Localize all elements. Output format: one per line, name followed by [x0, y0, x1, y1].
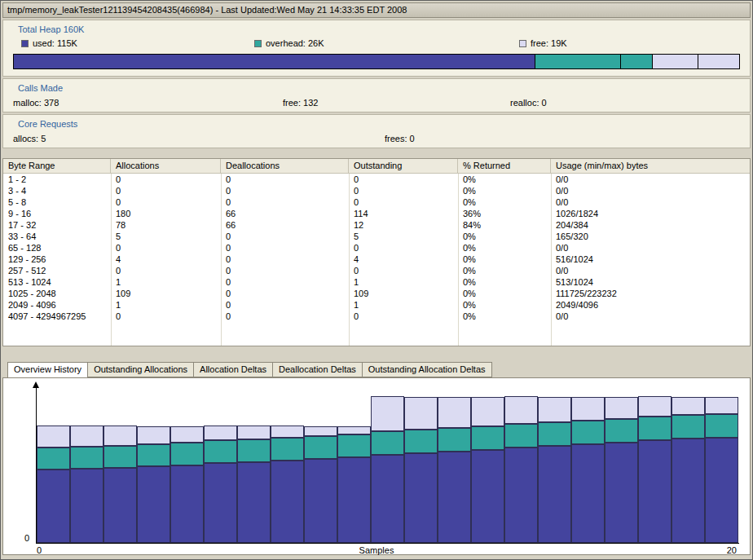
- bar-segment-free: [705, 397, 738, 414]
- bar-segment-used: [571, 444, 605, 543]
- table-row[interactable]: 2049 - 40961010%2049/4096: [3, 299, 750, 311]
- bar-segment-used: [170, 465, 204, 543]
- table-cell: 78: [111, 219, 221, 231]
- table-row[interactable]: 257 - 5120000%0/0: [3, 265, 750, 276]
- table-cell: 0: [111, 196, 221, 208]
- heap-segment-used: [14, 55, 535, 68]
- column-header-returned[interactable]: % Returned: [458, 159, 551, 173]
- sample-bar: [672, 397, 705, 543]
- bar-segment-free: [70, 426, 103, 447]
- table-cell: 0: [349, 185, 458, 196]
- table-cell: 17 - 32: [3, 219, 111, 231]
- table-cell: 5 - 8: [3, 196, 111, 208]
- table-cell: 0%: [458, 185, 551, 196]
- table-row[interactable]: 5 - 80000%0/0: [3, 196, 750, 208]
- x-axis: [36, 543, 739, 544]
- table-cell: 66: [221, 219, 349, 231]
- table-cell: 1: [349, 299, 458, 311]
- column-header-byte-range[interactable]: Byte Range: [3, 159, 111, 173]
- bar-segment-used: [538, 446, 571, 543]
- bar-segment-free: [304, 426, 337, 436]
- table-cell: 0: [349, 311, 458, 322]
- sample-bar: [204, 426, 237, 543]
- bar-segment-used: [438, 452, 471, 543]
- realloc-count: realloc: 0: [510, 98, 547, 108]
- bar-segment-overhead: [304, 436, 337, 459]
- column-header-outstanding[interactable]: Outstanding: [349, 159, 458, 173]
- heap-segment-overhead: [535, 55, 622, 68]
- bar-segment-free: [638, 396, 672, 417]
- bar-segment-used: [37, 470, 70, 543]
- bar-segment-used: [103, 468, 137, 543]
- bar-segment-overhead: [404, 430, 438, 453]
- bar-segment-overhead: [70, 447, 103, 469]
- window-title: tmp/memory_leakTester121139454208435(466…: [2, 2, 751, 18]
- table-cell: 109: [111, 288, 221, 299]
- table-cell: 1: [111, 276, 221, 288]
- table-cell: 5: [111, 231, 221, 242]
- table-row[interactable]: 513 - 10241010%513/1024: [3, 276, 750, 288]
- table-cell: 0: [111, 265, 221, 276]
- bar-segment-free: [538, 397, 571, 422]
- column-header-deallocations[interactable]: Deallocations: [221, 159, 349, 173]
- table-cell: 516/1024: [551, 254, 750, 265]
- sample-bar: [404, 397, 438, 543]
- table-row[interactable]: 1025 - 204810901090%111725/223232: [3, 288, 750, 299]
- bar-segment-overhead: [103, 446, 137, 468]
- sample-bar: [571, 397, 605, 543]
- table-row[interactable]: 17 - 3278661284%204/384: [3, 219, 750, 231]
- bar-segment-used: [672, 439, 705, 543]
- table-row[interactable]: 4097 - 42949672950000%0/0: [3, 311, 750, 322]
- column-header-usage-min-max-bytes[interactable]: Usage (min/max) bytes: [551, 159, 750, 173]
- sample-bar: [70, 426, 103, 543]
- table-cell: 0: [111, 311, 221, 322]
- table-cell: 111725/223232: [551, 288, 750, 299]
- bar-segment-overhead: [337, 434, 371, 457]
- sample-bar: [37, 426, 70, 543]
- bar-segment-overhead: [170, 443, 204, 465]
- table-cell: 0%: [458, 254, 551, 265]
- legend-free-label: free: 19K: [531, 38, 567, 48]
- table-cell: 65 - 128: [3, 242, 111, 254]
- table-row[interactable]: 1 - 20000%0/0: [3, 174, 750, 185]
- table-cell: 0: [349, 196, 458, 208]
- column-header-allocations[interactable]: Allocations: [111, 159, 221, 173]
- sample-bar: [271, 426, 304, 543]
- table-cell: 0/0: [551, 185, 750, 196]
- table-cell: 3 - 4: [3, 185, 111, 196]
- bar-segment-overhead: [237, 439, 271, 462]
- tab-outstanding-allocation-deltas[interactable]: Outstanding Allocation Deltas: [362, 362, 492, 377]
- table-cell: 0: [221, 265, 349, 276]
- table-row[interactable]: 129 - 2564040%516/1024: [3, 254, 750, 265]
- table-cell: 12: [349, 219, 458, 231]
- core-requests-section: Core Requests allocs: 5 frees: 0: [2, 114, 751, 148]
- table-row[interactable]: 3 - 40000%0/0: [3, 185, 750, 196]
- sample-bar: [638, 396, 672, 543]
- table-row[interactable]: 33 - 645050%165/320: [3, 231, 750, 242]
- bar-segment-used: [237, 462, 271, 543]
- bar-segment-used: [705, 438, 738, 543]
- free-count: free: 132: [283, 98, 318, 108]
- overview-history-chart: 0 0 Samples 20: [2, 377, 751, 555]
- chart-plot-area: [37, 378, 738, 543]
- table-cell: 0: [221, 231, 349, 242]
- sample-bar: [237, 426, 271, 543]
- memory-analysis-view: tmp/memory_leakTester121139454208435(466…: [0, 0, 753, 560]
- sample-bar: [137, 426, 170, 543]
- bar-segment-used: [304, 459, 337, 543]
- tab-allocation-deltas[interactable]: Allocation Deltas: [193, 362, 272, 377]
- tab-outstanding-allocations[interactable]: Outstanding Allocations: [87, 362, 193, 377]
- tab-deallocation-deltas[interactable]: Deallocation Deltas: [272, 362, 362, 377]
- table-cell: 0: [349, 242, 458, 254]
- table-row[interactable]: 65 - 1280000%0/0: [3, 242, 750, 254]
- table-cell: 0/0: [551, 196, 750, 208]
- bar-segment-used: [638, 440, 672, 543]
- table-cell: 109: [349, 288, 458, 299]
- allocation-table: Byte RangeAllocationsDeallocationsOutsta…: [2, 158, 751, 346]
- bar-segment-overhead: [538, 422, 571, 446]
- frees-count: frees: 0: [385, 134, 415, 143]
- tab-overview-history[interactable]: Overview History: [7, 362, 88, 378]
- malloc-count: malloc: 378: [13, 98, 59, 108]
- table-cell: 0: [221, 276, 349, 288]
- table-row[interactable]: 9 - 161806611436%1026/1824: [3, 208, 750, 219]
